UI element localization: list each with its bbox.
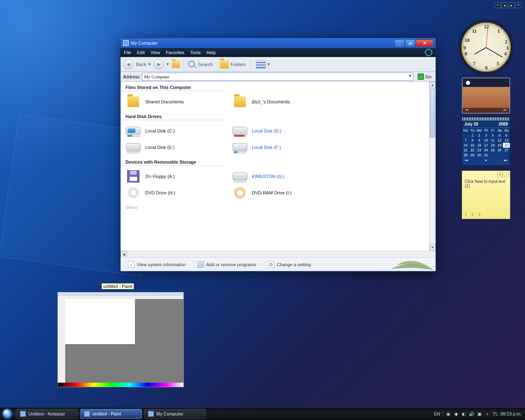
back-button[interactable]: ◄ <box>123 59 134 70</box>
calendar-day[interactable]: 21 <box>462 148 469 153</box>
tray-tl-label[interactable]: TL <box>493 411 498 416</box>
task-change-setting[interactable]: Change a setting <box>268 261 311 268</box>
calendar-day[interactable]: 12 <box>496 138 503 143</box>
slideshow-next-icon[interactable]: ▸▸ <box>504 108 507 113</box>
views-button[interactable]: ▾ <box>253 59 272 70</box>
slideshow-gadget[interactable]: ◂◂ ▸▸ <box>462 78 510 114</box>
maximize-button[interactable]: ▱ <box>405 39 415 47</box>
sticky-note-gadget[interactable]: ✎ + Click New to input text (1) 1 2 3 <box>462 171 510 219</box>
calendar-day[interactable]: 6 <box>503 133 510 138</box>
calendar-gadget[interactable]: July 20 2008 MoTuWeThFrSaSu 123456789101… <box>462 117 510 166</box>
drive-item[interactable]: Local Disk (E:) <box>126 139 232 155</box>
calendar-day[interactable]: 13 <box>503 138 510 143</box>
back-dropdown-icon[interactable]: ▾ <box>148 62 151 67</box>
taskbar-item[interactable]: untitled - Paint <box>80 409 142 419</box>
folders-button[interactable]: Folders <box>217 59 248 70</box>
calendar-day[interactable]: 25 <box>489 148 496 153</box>
calendar-day[interactable]: 2 <box>476 133 483 138</box>
tray-volume-icon[interactable]: 🔊 <box>469 411 475 417</box>
calendar-day[interactable]: 31 <box>483 153 490 158</box>
language-indicator[interactable]: EN <box>434 411 440 416</box>
clock-gadget[interactable]: 12 1 2 3 4 5 6 7 8 9 10 11 <box>460 21 512 73</box>
address-dropdown-icon[interactable]: ▼ <box>408 74 412 78</box>
tray-safely-remove-icon[interactable]: ▣ <box>477 411 482 417</box>
calendar-day[interactable]: 9 <box>476 138 483 143</box>
sticky-edit-icon[interactable]: ✎ <box>498 172 502 177</box>
forward-button[interactable]: ► <box>153 59 164 70</box>
slideshow-prev-icon[interactable]: ◂◂ <box>465 108 468 113</box>
calendar-day[interactable]: 30 <box>476 153 483 158</box>
search-button[interactable]: Search <box>186 59 215 69</box>
menu-edit[interactable]: Edit <box>137 50 145 55</box>
menu-tools[interactable]: Tools <box>190 50 201 55</box>
address-input[interactable] <box>142 73 413 81</box>
paint-thumbnail[interactable] <box>57 292 184 387</box>
go-button[interactable]: → Go <box>416 73 433 80</box>
sticky-pages[interactable]: 1 2 3 <box>465 212 482 217</box>
tray-updates-icon[interactable]: ◐ <box>461 411 467 417</box>
start-button[interactable] <box>0 408 15 420</box>
calendar-day[interactable]: 29 <box>469 153 476 158</box>
calendar-day[interactable]: 4 <box>489 133 496 138</box>
tray-shield-icon[interactable]: ◆ <box>453 411 459 417</box>
sidebar-next-icon[interactable]: ▸ <box>509 2 514 8</box>
menu-view[interactable]: View <box>151 50 160 55</box>
scroll-up-icon[interactable]: ▲ <box>429 82 436 88</box>
horizontal-scrollbar[interactable]: ◀ <box>121 251 436 257</box>
tray-network-icon[interactable]: ◉ <box>445 411 451 417</box>
tray-app-icon[interactable]: ● <box>484 411 490 417</box>
calendar-day[interactable]: 23 <box>476 148 483 153</box>
calendar-day[interactable]: 8 <box>469 138 476 143</box>
removable-item[interactable]: 3½ Floppy (A:) <box>126 168 232 185</box>
sidebar-add-icon[interactable]: + <box>495 2 500 8</box>
calendar-day[interactable]: 18 <box>489 143 496 148</box>
menu-help[interactable]: Help <box>206 50 216 55</box>
sticky-new-icon[interactable]: + <box>504 172 509 177</box>
scroll-thumb[interactable] <box>430 89 435 138</box>
calendar-day[interactable]: 1 <box>469 133 476 138</box>
menu-file[interactable]: File <box>124 50 131 55</box>
back-label[interactable]: Back <box>136 62 146 67</box>
task-system-info[interactable]: View system information <box>128 261 186 268</box>
calendar-day[interactable]: 15 <box>469 143 476 148</box>
calendar-day[interactable]: 17 <box>483 143 490 148</box>
sidebar-help-icon[interactable]: ? <box>516 2 521 8</box>
removable-item[interactable]: KINGSTON (G:) <box>232 168 339 185</box>
calendar-day[interactable]: 3 <box>483 133 490 138</box>
calendar-day[interactable]: 28 <box>462 153 469 158</box>
sidebar-prev-icon[interactable]: ◂ <box>502 2 507 8</box>
calendar-today-dot[interactable]: ● <box>485 158 487 162</box>
task-add-remove[interactable]: Add or remove programs <box>197 261 256 268</box>
folder-item[interactable]: Shared Documents <box>126 94 232 110</box>
calendar-day[interactable]: 27 <box>503 148 510 153</box>
calendar-day[interactable]: 19 <box>496 143 503 148</box>
vertical-scrollbar[interactable]: ▲ ▼ <box>429 82 436 251</box>
calendar-day[interactable]: 10 <box>483 138 490 143</box>
up-folder-icon[interactable] <box>172 61 180 68</box>
taskbar-item[interactable]: My Computer <box>144 409 206 419</box>
scroll-left-icon[interactable]: ◀ <box>121 251 127 258</box>
drive-item[interactable]: Local Disk (D:) <box>232 123 339 139</box>
close-button[interactable]: ✕ <box>416 39 433 47</box>
tray-clock[interactable]: 08:23 p.m. <box>500 411 522 416</box>
calendar-day[interactable]: 11 <box>489 138 496 143</box>
scroll-down-icon[interactable]: ▼ <box>429 244 436 251</box>
menu-favorites[interactable]: Favorites <box>166 50 184 55</box>
folder-item[interactable]: j0s3_'s Documents <box>232 94 339 110</box>
taskbar-item[interactable]: Untitled - Notepad <box>16 409 78 419</box>
removable-item[interactable]: DVD Drive (H:) <box>126 185 232 201</box>
calendar-day[interactable]: 7 <box>462 138 469 143</box>
calendar-day[interactable]: 5 <box>496 133 503 138</box>
calendar-prev-icon[interactable]: ◂◂ <box>465 158 468 162</box>
calendar-day[interactable]: 22 <box>469 148 476 153</box>
forward-dropdown-icon[interactable]: ▾ <box>167 62 169 67</box>
calendar-next-icon[interactable]: ▸▸ <box>504 158 507 162</box>
calendar-day[interactable]: 14 <box>462 143 469 148</box>
titlebar[interactable]: My Computer _ ▱ ✕ <box>121 38 436 48</box>
removable-item[interactable]: DVD-RAM Drive (I:) <box>232 185 339 201</box>
minimize-button[interactable]: _ <box>395 39 404 47</box>
calendar-day[interactable]: 26 <box>496 148 503 153</box>
calendar-day[interactable]: 20 <box>503 143 510 148</box>
calendar-day[interactable]: 16 <box>476 143 483 148</box>
drive-item[interactable]: Local Disk (C:) <box>126 123 232 139</box>
